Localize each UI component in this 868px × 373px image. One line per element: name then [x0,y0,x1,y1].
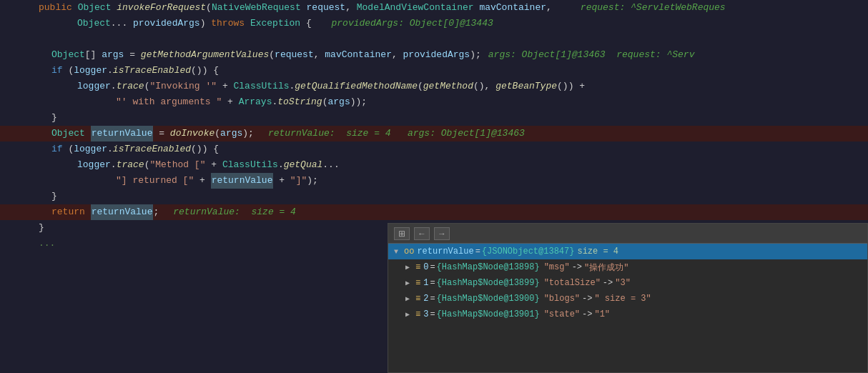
code-editor: public Object invokeForRequest(NativeWeb… [0,0,868,373]
debug-hint-1: request: ^ServletWebReques [581,0,726,16]
debug-forward-button[interactable]: → [434,227,450,240]
debug-key-root: returnValue [417,247,473,257]
code-line-7: "' with arguments " + Arrays.toString(ar… [0,94,868,110]
debug-arrow-key-3: "state" [544,309,580,319]
debug-size-root: size = 4 [577,247,618,257]
debug-expand-icon-root: oo [404,247,414,257]
debug-arrow-key-2: "blogs" [544,294,580,304]
code-line-14: return returnValue; returnValue: size = … [0,204,868,220]
code-line-1: public Object invokeForRequest(NativeWeb… [0,0,868,16]
code-line-11: logger.trace("Method [" + ClassUtils.get… [0,157,868,173]
debug-hint-9: returnValue: size = 4 args: Object[1]@13… [268,126,525,141]
debug-toolbar: ⊞ ← → [388,224,867,244]
code-line-5: if (logger.isTraceEnabled()) { [0,63,868,79]
debug-panel: ⊞ ← → ▼ oo returnValue = {JSONObject@138… [388,223,868,373]
debug-icon-1: ≡ [415,278,420,288]
camera-icon: ⊞ [398,229,405,239]
code-line-6: logger.trace("Invoking '" + ClassUtils.g… [0,79,868,94]
debug-icon-2: ≡ [415,294,420,304]
expand-icon-3: ▶ [405,310,413,319]
keyword-public: public [39,0,72,16]
debug-hint-4: args: Object[1]@13463 request: ^Serv [488,47,695,63]
debug-key-2: 2 [423,294,428,304]
debug-item-root[interactable]: ▼ oo returnValue = {JSONObject@13847} si… [388,244,867,259]
debug-item-3[interactable]: ▶ ≡ 3 = {HashMap$Node@13901} "state" -> … [388,307,867,322]
debug-item-2[interactable]: ▶ ≡ 2 = {HashMap$Node@13900} "blogs" -> … [388,291,867,307]
code-line-3 [0,31,868,47]
back-icon: ← [418,229,426,239]
code-line-4: Object[] args = getMethodArgumentValues(… [0,47,868,63]
debug-hint-2: providedArgs: Object[0]@13443 [332,16,493,31]
debug-item-0[interactable]: ▶ ≡ 0 = {HashMap$Node@13898} "msg" -> "操… [388,259,867,275]
debug-icon-0: ≡ [415,262,420,272]
expand-icon-root: ▼ [394,248,401,256]
expand-icon-2: ▶ [405,294,413,303]
forward-icon: → [438,229,446,239]
debug-value-root: {JSONObject@13847} [482,247,575,257]
debug-items-list: ▼ oo returnValue = {JSONObject@13847} si… [388,244,867,372]
code-line-12: "] returned [" + returnValue + "]"); [0,173,868,189]
debug-str-value-3: "1" [594,309,610,319]
debug-value-2: {HashMap$Node@13900} [437,294,540,304]
code-line-10: if (logger.isTraceEnabled()) { [0,141,868,157]
debug-arrow-key-1: "totalSize" [544,278,601,288]
code-line-9: Object returnValue = doInvoke(args); ret… [0,126,868,141]
debug-str-value-0: "操作成功" [584,262,628,274]
debug-hint-14: returnValue: size = 4 [173,204,296,220]
code-line-2: Object... providedArgs) throws Exception… [0,16,868,31]
code-line-8: } [0,110,868,126]
debug-arrow-key-0: "msg" [544,262,570,272]
debug-value-3: {HashMap$Node@13901} [437,309,540,319]
expand-icon-0: ▶ [405,263,413,272]
debug-key-3: 3 [423,309,428,319]
expand-icon-1: ▶ [405,279,413,287]
code-line-13: } [0,189,868,204]
debug-camera-button[interactable]: ⊞ [394,227,410,240]
debug-item-1[interactable]: ▶ ≡ 1 = {HashMap$Node@13899} "totalSize"… [388,275,867,291]
debug-icon-3: ≡ [415,309,420,319]
debug-str-value-2: " size = 3" [594,294,651,304]
debug-key-0: 0 [423,262,428,272]
debug-value-0: {HashMap$Node@13898} [437,262,540,272]
debug-value-1: {HashMap$Node@13899} [437,278,540,288]
debug-key-1: 1 [423,278,428,288]
debug-str-value-1: "3" [615,278,631,288]
debug-back-button[interactable]: ← [414,227,430,240]
